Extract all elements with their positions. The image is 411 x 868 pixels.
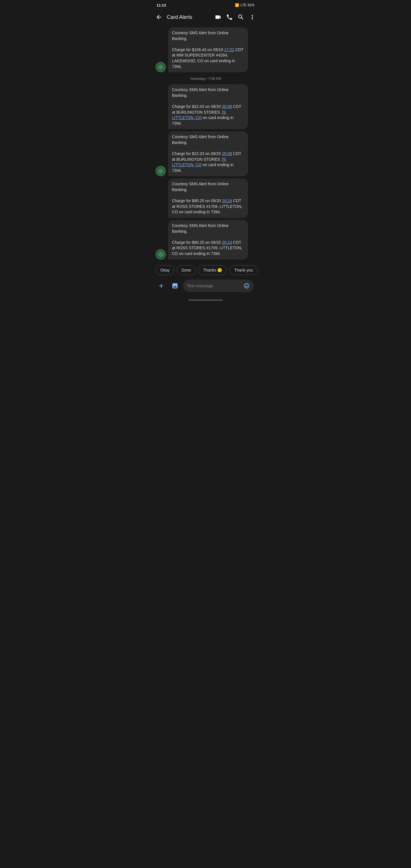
time-link[interactable]: 20:24 — [222, 240, 232, 245]
signal-icon: 📶 — [235, 3, 239, 7]
status-time: 11:13 — [157, 3, 166, 7]
more-button[interactable] — [247, 11, 258, 23]
emoji-button[interactable] — [244, 283, 250, 289]
header: Card Alerts — [152, 9, 259, 25]
message-row: Courtesy SMS Alert from Online Banking. … — [156, 220, 256, 259]
page-title: Card Alerts — [166, 14, 211, 20]
status-icons: 📶 LTE 91% — [235, 3, 254, 7]
timestamp-divider: Yesterday • 7:08 PM — [156, 77, 256, 81]
quick-reply-thanks[interactable]: Thanks 🙂 — [198, 265, 227, 275]
time-link[interactable]: 17:22 — [224, 48, 234, 52]
message-bubble: Courtesy SMS Alert from Online Banking. … — [168, 84, 248, 129]
svg-point-1 — [160, 66, 161, 68]
input-area — [152, 277, 259, 297]
back-button[interactable] — [153, 11, 165, 23]
svg-point-5 — [160, 253, 161, 255]
avatar — [156, 249, 166, 259]
message-bubble: Courtesy SMS Alert from Online Banking. … — [168, 27, 248, 72]
lte-label: LTE — [240, 3, 246, 7]
location-link[interactable]: 78, LITTLETON, CO — [172, 157, 227, 167]
message-bubble: Courtesy SMS Alert from Online Banking. … — [168, 179, 248, 218]
message-bubble: Courtesy SMS Alert from Online Banking. … — [168, 220, 248, 259]
quick-replies: Okay Done Thanks 🙂 Thank you — [152, 263, 259, 277]
status-bar: 11:13 📶 LTE 91% — [152, 0, 259, 9]
text-input-wrapper — [183, 280, 254, 292]
message-bubble: Courtesy SMS Alert from Online Banking. … — [168, 131, 248, 176]
avatar — [156, 166, 166, 176]
quick-reply-thank-you[interactable]: Thank you — [229, 265, 257, 275]
message-input[interactable] — [187, 283, 241, 288]
message-row: Courtesy SMS Alert from Online Banking. … — [156, 84, 256, 129]
time-link[interactable]: 20:08 — [222, 104, 232, 109]
quick-reply-okay[interactable]: Okay — [156, 265, 175, 275]
voice-button[interactable] — [256, 280, 259, 291]
message-row: Courtesy SMS Alert from Online Banking. … — [156, 131, 256, 176]
header-actions — [212, 11, 258, 23]
add-button[interactable] — [156, 280, 167, 291]
video-call-button[interactable] — [212, 11, 224, 23]
time-link[interactable]: 20:08 — [222, 151, 232, 156]
search-button[interactable] — [235, 11, 247, 23]
nav-bar — [152, 297, 259, 304]
avatar — [156, 62, 166, 72]
battery-label: 91% — [248, 3, 254, 7]
message-row: Courtesy SMS Alert from Online Banking. … — [156, 27, 256, 72]
messages-area: Courtesy SMS Alert from Online Banking. … — [152, 25, 259, 263]
quick-reply-done[interactable]: Done — [177, 265, 196, 275]
nav-indicator — [188, 300, 223, 301]
message-row: Courtesy SMS Alert from Online Banking. … — [156, 179, 256, 218]
phone-button[interactable] — [224, 11, 235, 23]
time-link[interactable]: 20:24 — [222, 198, 232, 203]
gallery-button[interactable] — [169, 280, 181, 291]
svg-point-3 — [160, 170, 161, 172]
location-link[interactable]: 78, LITTLETON, CO — [172, 110, 227, 120]
